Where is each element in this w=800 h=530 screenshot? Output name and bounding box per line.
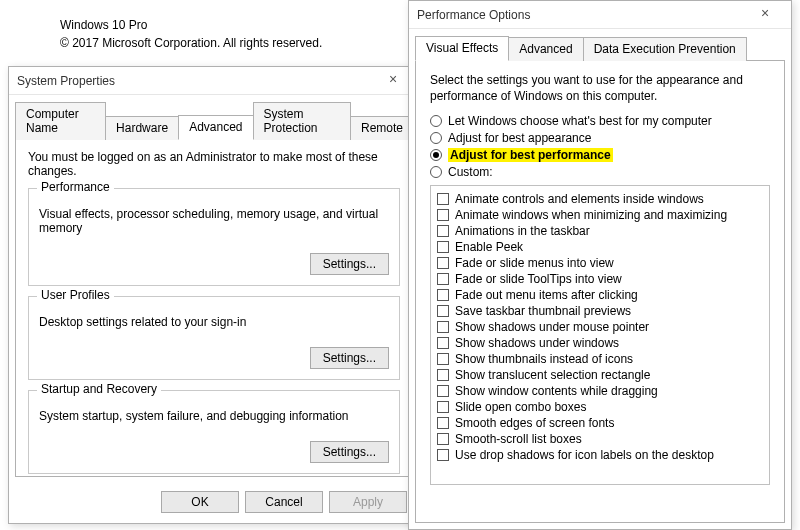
checkbox-icon[interactable] [437, 449, 449, 461]
check-label: Show shadows under mouse pointer [455, 320, 649, 334]
radio-option-3[interactable]: Custom: [430, 165, 770, 179]
startup-recovery-groupbox: Startup and Recovery System startup, sys… [28, 390, 400, 474]
check-label: Show translucent selection rectangle [455, 368, 650, 382]
check-option-3[interactable]: Enable Peek [437, 240, 763, 254]
check-option-13[interactable]: Slide open combo boxes [437, 400, 763, 414]
tab-system-protection[interactable]: System Protection [253, 102, 351, 140]
radio-label: Adjust for best appearance [448, 131, 591, 145]
check-option-1[interactable]: Animate windows when minimizing and maxi… [437, 208, 763, 222]
user-profiles-settings-button[interactable]: Settings... [310, 347, 389, 369]
copyright-text: © 2017 Microsoft Corporation. All rights… [60, 36, 322, 50]
check-option-15[interactable]: Smooth-scroll list boxes [437, 432, 763, 446]
radio-icon[interactable] [430, 115, 442, 127]
checkbox-icon[interactable] [437, 353, 449, 365]
tab-computer-name[interactable]: Computer Name [15, 102, 106, 140]
checkbox-icon[interactable] [437, 193, 449, 205]
check-option-8[interactable]: Show shadows under mouse pointer [437, 320, 763, 334]
checkbox-icon[interactable] [437, 321, 449, 333]
system-properties-titlebar[interactable]: System Properties × [9, 67, 419, 95]
check-option-11[interactable]: Show translucent selection rectangle [437, 368, 763, 382]
tab-dep[interactable]: Data Execution Prevention [583, 37, 747, 61]
startup-recovery-settings-button[interactable]: Settings... [310, 441, 389, 463]
check-label: Slide open combo boxes [455, 400, 586, 414]
radio-option-0[interactable]: Let Windows choose what's best for my co… [430, 114, 770, 128]
performance-options-titlebar[interactable]: Performance Options × [409, 1, 791, 29]
check-label: Enable Peek [455, 240, 523, 254]
performance-options-dialog: Performance Options × Visual Effects Adv… [408, 0, 792, 530]
check-label: Use drop shadows for icon labels on the … [455, 448, 714, 462]
check-option-0[interactable]: Animate controls and elements inside win… [437, 192, 763, 206]
checkbox-icon[interactable] [437, 433, 449, 445]
system-properties-title: System Properties [17, 74, 375, 88]
cancel-button[interactable]: Cancel [245, 491, 323, 513]
check-label: Smooth edges of screen fonts [455, 416, 614, 430]
about-windows-text: Windows 10 Pro © 2017 Microsoft Corporat… [60, 18, 322, 50]
performance-groupbox: Performance Visual effects, processor sc… [28, 188, 400, 286]
checkbox-icon[interactable] [437, 337, 449, 349]
ok-button[interactable]: OK [161, 491, 239, 513]
visual-effects-radio-group: Let Windows choose what's best for my co… [430, 114, 770, 179]
startup-recovery-desc: System startup, system failure, and debu… [39, 409, 389, 423]
close-icon[interactable]: × [747, 5, 783, 25]
check-label: Animate windows when minimizing and maxi… [455, 208, 727, 222]
check-option-14[interactable]: Smooth edges of screen fonts [437, 416, 763, 430]
check-option-9[interactable]: Show shadows under windows [437, 336, 763, 350]
checkbox-icon[interactable] [437, 257, 449, 269]
checkbox-icon[interactable] [437, 225, 449, 237]
tab-hardware[interactable]: Hardware [105, 116, 179, 140]
check-label: Animations in the taskbar [455, 224, 590, 238]
tab-remote[interactable]: Remote [350, 116, 414, 140]
check-option-2[interactable]: Animations in the taskbar [437, 224, 763, 238]
admin-note: You must be logged on as an Administrato… [28, 150, 400, 178]
check-option-5[interactable]: Fade or slide ToolTips into view [437, 272, 763, 286]
check-label: Fade or slide ToolTips into view [455, 272, 622, 286]
check-option-4[interactable]: Fade or slide menus into view [437, 256, 763, 270]
check-option-16[interactable]: Use drop shadows for icon labels on the … [437, 448, 763, 462]
radio-icon[interactable] [430, 132, 442, 144]
performance-desc: Visual effects, processor scheduling, me… [39, 207, 389, 235]
apply-button[interactable]: Apply [329, 491, 407, 513]
checkbox-icon[interactable] [437, 385, 449, 397]
system-properties-footer: OK Cancel Apply [9, 483, 419, 523]
checkbox-icon[interactable] [437, 289, 449, 301]
startup-recovery-legend: Startup and Recovery [37, 382, 161, 396]
performance-options-tabs: Visual Effects Advanced Data Execution P… [409, 29, 791, 60]
checkbox-icon[interactable] [437, 273, 449, 285]
close-icon[interactable]: × [375, 71, 411, 91]
user-profiles-groupbox: User Profiles Desktop settings related t… [28, 296, 400, 380]
checkbox-icon[interactable] [437, 209, 449, 221]
visual-effects-pane: Select the settings you want to use for … [415, 60, 785, 523]
check-option-12[interactable]: Show window contents while dragging [437, 384, 763, 398]
tab-visual-effects[interactable]: Visual Effects [415, 36, 509, 61]
check-option-10[interactable]: Show thumbnails instead of icons [437, 352, 763, 366]
check-label: Show thumbnails instead of icons [455, 352, 633, 366]
checkbox-icon[interactable] [437, 401, 449, 413]
performance-settings-button[interactable]: Settings... [310, 253, 389, 275]
tab-advanced[interactable]: Advanced [178, 115, 253, 140]
windows-edition: Windows 10 Pro [60, 18, 322, 32]
check-label: Fade or slide menus into view [455, 256, 614, 270]
check-label: Smooth-scroll list boxes [455, 432, 582, 446]
check-option-6[interactable]: Fade out menu items after clicking [437, 288, 763, 302]
checkbox-icon[interactable] [437, 369, 449, 381]
radio-label: Adjust for best performance [448, 148, 613, 162]
visual-effects-intro: Select the settings you want to use for … [430, 73, 770, 104]
checkbox-icon[interactable] [437, 241, 449, 253]
user-profiles-legend: User Profiles [37, 288, 114, 302]
radio-option-2[interactable]: Adjust for best performance [430, 148, 770, 162]
check-option-7[interactable]: Save taskbar thumbnail previews [437, 304, 763, 318]
checkbox-icon[interactable] [437, 305, 449, 317]
system-properties-tabs: Computer Name Hardware Advanced System P… [9, 95, 419, 139]
system-properties-dialog: System Properties × Computer Name Hardwa… [8, 66, 420, 524]
radio-option-1[interactable]: Adjust for best appearance [430, 131, 770, 145]
user-profiles-desc: Desktop settings related to your sign-in [39, 315, 389, 329]
check-label: Show window contents while dragging [455, 384, 658, 398]
advanced-tab-pane: You must be logged on as an Administrato… [15, 139, 413, 477]
checkbox-icon[interactable] [437, 417, 449, 429]
radio-icon[interactable] [430, 166, 442, 178]
radio-label: Custom: [448, 165, 493, 179]
tab-advanced[interactable]: Advanced [508, 37, 583, 61]
performance-legend: Performance [37, 180, 114, 194]
radio-icon[interactable] [430, 149, 442, 161]
visual-effects-checklist[interactable]: Animate controls and elements inside win… [430, 185, 770, 485]
